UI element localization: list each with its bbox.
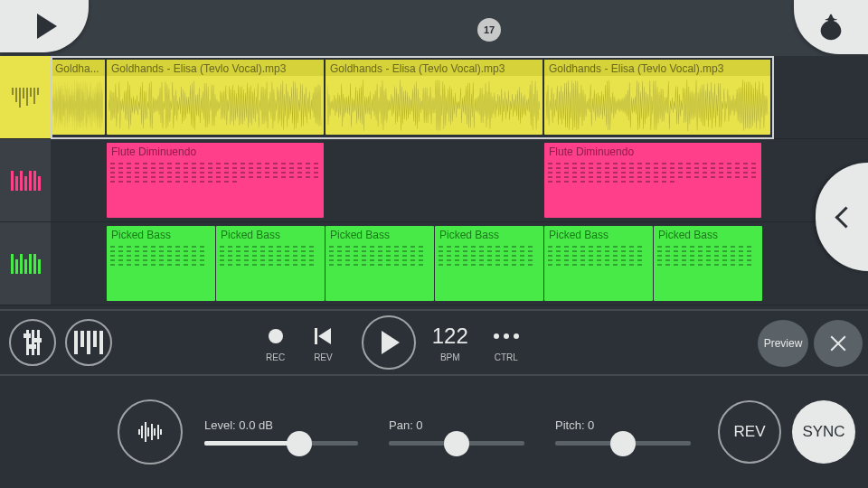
waveform-icon	[12, 88, 39, 108]
track-header[interactable]	[0, 56, 51, 138]
piano-icon	[74, 331, 103, 354]
clip[interactable]: Picked Bass	[326, 226, 434, 301]
track-row-pattern-2: Picked BassPicked BassPicked BassPicked …	[0, 222, 868, 305]
clip-label: Goldha...	[51, 60, 105, 76]
clip-label: Goldhands - Elisa (Tevlo Vocal).mp3	[326, 60, 542, 76]
skip-back-icon	[315, 328, 331, 344]
playlist-area[interactable]: Goldha...Goldhands - Elisa (Tevlo Vocal)…	[0, 56, 868, 309]
clip-label: Picked Bass	[654, 226, 762, 242]
bpm-display[interactable]: 122 BPM	[432, 324, 468, 362]
track-header[interactable]	[0, 222, 51, 305]
slider-thumb[interactable]	[610, 431, 636, 456]
close-button[interactable]	[814, 320, 863, 367]
clip-label: Goldhands - Elisa (Tevlo Vocal).mp3	[544, 60, 770, 76]
waveform-icon	[138, 422, 163, 442]
clip[interactable]: Picked Bass	[435, 226, 543, 301]
clip-label: Goldhands - Elisa (Tevlo Vocal).mp3	[107, 60, 324, 76]
mixer-button[interactable]	[9, 319, 56, 366]
clip-label: Picked Bass	[435, 226, 543, 242]
play-button[interactable]	[362, 315, 416, 370]
clip[interactable]: Picked Bass	[544, 226, 653, 301]
slider-thumb[interactable]	[287, 431, 312, 456]
play-button-top[interactable]	[0, 0, 89, 52]
ctrl-button[interactable]: CTRL	[494, 324, 519, 362]
clip[interactable]: Picked Bass	[107, 226, 215, 301]
clip[interactable]: Flute Diminuendo	[544, 143, 761, 218]
clip[interactable]: Picked Bass	[216, 226, 325, 301]
level-label: Level: 0.0 dB	[204, 418, 358, 432]
pitch-slider[interactable]	[555, 441, 691, 446]
record-button[interactable]: REC	[266, 324, 285, 362]
clip-label: Picked Bass	[326, 226, 434, 242]
clip[interactable]: Flute Diminuendo	[107, 143, 324, 218]
pan-slider[interactable]	[389, 441, 524, 446]
clip-label: Picked Bass	[216, 226, 325, 242]
clip[interactable]: Goldhands - Elisa (Tevlo Vocal).mp3	[544, 60, 770, 135]
slider-thumb[interactable]	[444, 431, 469, 456]
rewind-label: REV	[314, 352, 333, 362]
clip-label: Flute Diminuendo	[544, 143, 761, 159]
preview-button[interactable]: Preview	[758, 320, 808, 367]
sync-button[interactable]: SYNC	[792, 400, 855, 464]
fruit-icon	[816, 12, 846, 42]
piano-icon	[11, 254, 41, 274]
bpm-value: 122	[432, 324, 468, 349]
pianoroll-button[interactable]	[65, 319, 112, 366]
loop-marker[interactable]: 17	[477, 18, 501, 42]
clip-label: Flute Diminuendo	[107, 143, 324, 159]
reverse-button[interactable]: REV	[718, 400, 781, 464]
piano-icon	[11, 171, 41, 191]
clip[interactable]: Goldha...	[51, 60, 105, 135]
play-icon	[37, 14, 57, 39]
mixer-icon	[26, 330, 40, 355]
ctrl-label: CTRL	[495, 352, 518, 362]
record-icon	[269, 329, 283, 343]
transport-bar: REC REV 122 BPM CTRL Preview	[0, 309, 868, 376]
clip[interactable]: Picked Bass	[654, 226, 762, 301]
track-row-pattern-1: Flute DiminuendoFlute Diminuendo	[0, 139, 868, 222]
level-slider[interactable]	[204, 441, 358, 446]
record-label: REC	[266, 352, 285, 362]
rewind-button[interactable]: REV	[314, 324, 333, 362]
clip-edit-panel: Level: 0.0 dB Pan: 0 Pitch: 0 REV SYNC	[0, 376, 868, 488]
bpm-label: BPM	[440, 352, 460, 362]
clip-label: Picked Bass	[107, 226, 215, 242]
fl-logo-button[interactable]	[794, 0, 868, 54]
track-row-audio: Goldha...Goldhands - Elisa (Tevlo Vocal)…	[0, 56, 868, 139]
clip[interactable]: Goldhands - Elisa (Tevlo Vocal).mp3	[326, 60, 542, 135]
clip-label: Picked Bass	[544, 226, 653, 242]
track-header[interactable]	[0, 139, 51, 221]
clip-preview-button[interactable]	[118, 399, 183, 465]
more-icon	[494, 333, 519, 339]
clip[interactable]: Goldhands - Elisa (Tevlo Vocal).mp3	[107, 60, 324, 135]
play-icon	[382, 331, 400, 354]
